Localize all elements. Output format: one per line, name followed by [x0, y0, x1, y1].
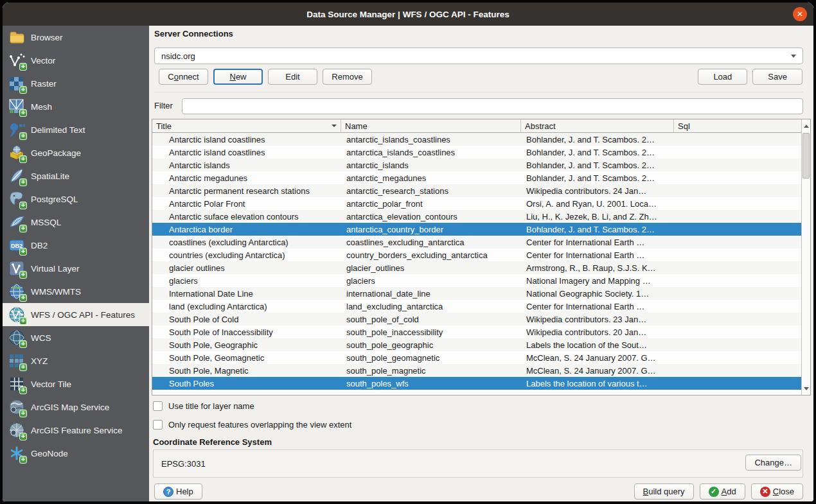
sidebar-item-vector[interactable]: +Vector	[3, 49, 149, 72]
add-button[interactable]: ✓Add	[700, 483, 745, 500]
sidebar-item-mesh[interactable]: +Mesh	[3, 95, 149, 118]
table-body: Antarctic island coastlinesantarctic_isl…	[152, 133, 810, 390]
sidebar-item-geonode[interactable]: +GeoNode	[3, 442, 149, 465]
edit-button[interactable]: Edit	[268, 69, 317, 85]
scroll-up-button[interactable]	[802, 119, 810, 132]
sidebar-item-label: PostgreSQL	[31, 195, 78, 204]
scrollbar-thumb[interactable]	[803, 133, 810, 178]
sidebar-item-db2[interactable]: DB2+DB2	[3, 234, 149, 257]
close-icon: ✕	[760, 487, 770, 497]
table-header: TitleNameAbstractSql	[152, 119, 810, 133]
use-title-checkbox[interactable]: Use title for layer name	[153, 399, 254, 412]
sidebar-item-vector-tile[interactable]: +Vector Tile	[3, 372, 149, 395]
cell-abstract: Wikipedia contributors. 24 Jan…	[521, 186, 674, 196]
sidebar-item-geopackage[interactable]: +GeoPackage	[3, 141, 149, 164]
table-row-south-pole-of-cold[interactable]: South Pole of Coldsouth_pole_of_coldWiki…	[152, 313, 810, 326]
titlebar[interactable]: Data Source Manager | WFS / OGC API - Fe…	[3, 3, 813, 26]
delimited-text-icon: +	[8, 121, 25, 138]
sidebar-item-raster[interactable]: +Raster	[3, 72, 149, 95]
checkbox-box[interactable]	[153, 401, 163, 411]
cell-name: coastlines_excluding_antarctica	[341, 238, 521, 247]
table-row-international-date-line[interactable]: International Date Lineinternational_dat…	[152, 287, 810, 300]
cell-title: land (excluding Antarctica)	[152, 302, 341, 311]
sidebar-item-spatialite[interactable]: +SpatiaLite	[3, 164, 149, 187]
cell-abstract: National Imagery and Mapping …	[521, 276, 674, 286]
table-row-south-pole-inaccessibility[interactable]: South Pole of Inaccessibilitysouth_pole_…	[152, 326, 810, 338]
scroll-down-button[interactable]	[802, 382, 810, 395]
window-close-button[interactable]: ✕	[793, 7, 807, 21]
checkbox-box[interactable]	[153, 420, 163, 430]
help-button[interactable]: ?Help	[154, 483, 202, 500]
table-vertical-scrollbar[interactable]	[801, 119, 810, 395]
sort-indicator-icon	[332, 125, 337, 127]
crs-change-button[interactable]: Change…	[745, 455, 801, 471]
connect-button[interactable]: Connect	[159, 69, 208, 85]
extent-checkbox[interactable]: Only request features overlapping the vi…	[153, 418, 351, 431]
cell-abstract: Orsi, A. and Ryan, U. 2001. Loca…	[521, 199, 674, 209]
new-button[interactable]: New	[213, 69, 263, 85]
spatialite-icon: +	[8, 168, 25, 184]
table-row-antarctic-islands-coastlines[interactable]: Antarctic island coastlinesantarctic_isl…	[152, 133, 810, 146]
save-button[interactable]: Save	[752, 69, 803, 85]
load-button[interactable]: Load	[698, 69, 747, 85]
table-row-antarctic-research-stations[interactable]: Antarctic permanent research stationsant…	[152, 184, 810, 197]
sidebar-item-arcgis-map-service[interactable]: +ArcGIS Map Service	[3, 395, 149, 419]
table-row-land-excluding-antarctica[interactable]: land (excluding Antarctica)land_excludin…	[152, 300, 810, 313]
sidebar-item-mssql[interactable]: +MSSQL	[3, 211, 149, 234]
sidebar-item-wms-wmts[interactable]: +WMS/WMTS	[3, 280, 149, 303]
sidebar-item-wcs[interactable]: +WCS	[3, 326, 149, 349]
table-row-antarctic-polar-front[interactable]: Antarctic Polar Frontantarctic_polar_fro…	[152, 197, 810, 210]
sidebar-item-postgresql[interactable]: +PostgreSQL	[3, 187, 149, 211]
column-header-sql[interactable]: Sql	[674, 119, 803, 132]
table-row-south-pole-magnetic[interactable]: South Pole, Magneticsouth_pole_magneticM…	[152, 364, 810, 377]
cell-title: Antarctic island coastlines	[152, 135, 341, 144]
sidebar-item-arcgis-feature-service[interactable]: +ArcGIS Feature Service	[3, 419, 149, 442]
filter-input[interactable]	[182, 98, 803, 114]
wfs-icon: +	[8, 306, 25, 323]
close-button[interactable]: ✕Close	[751, 483, 803, 500]
table-row-coastlines-excluding-antarctica[interactable]: coastlines (excluding Antarctica)coastli…	[152, 236, 810, 248]
table-row-country-borders-excluding-antarctica[interactable]: countries (excluding Antarctica)country_…	[152, 248, 810, 261]
browser-icon	[8, 29, 25, 46]
sidebar-item-delimited-text[interactable]: +Delimited Text	[3, 118, 149, 141]
column-header-abstract[interactable]: Abstract	[521, 119, 674, 132]
sidebar-item-xyz[interactable]: +XYZ	[3, 349, 149, 372]
table-row-antarctic-islands[interactable]: Antarctic islandsantarctic_islandsBohlan…	[152, 159, 810, 171]
cell-abstract: Center for International Earth …	[521, 302, 674, 311]
column-header-name[interactable]: Name	[341, 119, 521, 132]
table-row-antarctica-elevation-contours[interactable]: Antarctic suface elevation contoursantar…	[152, 210, 810, 223]
sidebar-item-virtual-layer[interactable]: +Virtual Layer	[3, 257, 149, 280]
column-header-title[interactable]: Title	[152, 119, 341, 132]
sidebar-item-label: Vector Tile	[31, 379, 71, 389]
remove-button[interactable]: Remove	[323, 69, 372, 85]
sidebar-item-wfs-ogc-api-features[interactable]: +WFS / OGC API - Features	[3, 303, 149, 326]
geopackage-icon: +	[8, 144, 25, 161]
add-plus-badge-icon: +	[19, 202, 27, 209]
postgresql-icon: +	[8, 191, 25, 207]
build-query-button[interactable]: Build query	[634, 483, 694, 500]
wfs-panel: Server Connections nsidc.org ConnectNewE…	[149, 26, 813, 501]
add-plus-badge-icon: +	[19, 86, 27, 94]
table-row-glacier-outlines[interactable]: glacier outlinesglacier_outlinesArmstron…	[152, 261, 810, 274]
cell-name: antarctic_research_stations	[341, 186, 521, 196]
table-row-antarctica-islands-coastlines[interactable]: Antarctic island coastlinesantarctica_is…	[152, 146, 810, 159]
table-row-south-pole-geomagnetic[interactable]: South Pole, Geomagneticsouth_pole_geomag…	[152, 351, 810, 364]
sidebar-item-browser[interactable]: Browser	[3, 26, 149, 49]
add-plus-badge-icon: +	[19, 109, 27, 117]
table-row-south-poles-wfs[interactable]: South Polessouth_poles_wfsLabels the loc…	[152, 377, 810, 390]
vector-icon: +	[8, 52, 25, 69]
table-row-south-pole-geographic[interactable]: South Pole, Geographicsouth_pole_geograp…	[152, 338, 810, 351]
table-row-glaciers[interactable]: glaciersglaciersNational Imagery and Map…	[152, 274, 810, 287]
arcgis-feature-icon: +	[8, 422, 25, 439]
table-row-antarctic-megadunes[interactable]: Antarctic megadunesantarctic_megadunesBo…	[152, 171, 810, 184]
table-row-antarctica-country-border[interactable]: Antarctica borderantarctica_country_bord…	[152, 223, 810, 236]
cell-title: Antarctic islands	[152, 161, 341, 170]
cell-name: glaciers	[341, 276, 521, 286]
sidebar-item-label: WMS/WMTS	[31, 287, 81, 297]
add-plus-badge-icon: +	[19, 456, 27, 464]
cell-abstract: Liu, H., K. Jezek, B. Li, and Z. Zh…	[521, 212, 674, 222]
cell-name: antarctica_country_border	[341, 225, 521, 234]
connection-select[interactable]: nsidc.org	[154, 48, 803, 64]
add-icon: ✓	[709, 487, 719, 497]
cell-name: antarctica_islands_coastlines	[341, 148, 521, 157]
